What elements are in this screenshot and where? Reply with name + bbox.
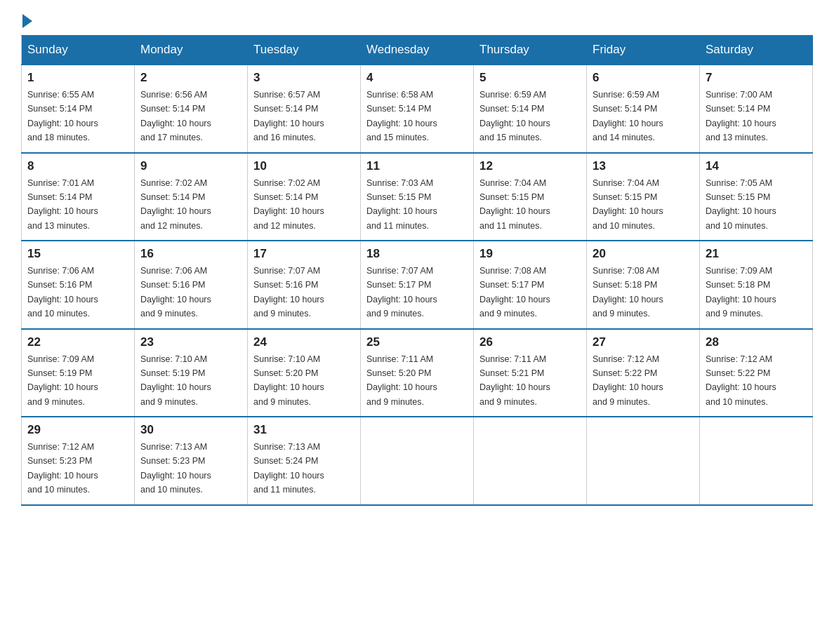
day-info: Sunrise: 7:05 AMSunset: 5:15 PMDaylight:… — [706, 178, 776, 231]
day-number: 13 — [593, 159, 694, 173]
day-number: 9 — [140, 159, 241, 173]
calendar-cell: 10 Sunrise: 7:02 AMSunset: 5:14 PMDaylig… — [248, 153, 361, 241]
calendar-cell: 26 Sunrise: 7:11 AMSunset: 5:21 PMDaylig… — [474, 329, 587, 417]
calendar-header-row: SundayMondayTuesdayWednesdayThursdayFrid… — [22, 36, 813, 65]
day-number: 5 — [479, 71, 581, 85]
calendar-cell — [361, 417, 474, 505]
day-info: Sunrise: 6:56 AMSunset: 5:14 PMDaylight:… — [140, 90, 211, 142]
day-number: 22 — [27, 335, 128, 349]
col-header-sunday: Sunday — [22, 36, 135, 65]
day-number: 2 — [140, 71, 241, 85]
day-info: Sunrise: 7:13 AMSunset: 5:24 PMDaylight:… — [253, 442, 324, 495]
calendar-cell: 2 Sunrise: 6:56 AMSunset: 5:14 PMDayligh… — [135, 65, 248, 153]
day-number: 11 — [366, 159, 468, 173]
calendar-table: SundayMondayTuesdayWednesdayThursdayFrid… — [21, 35, 813, 506]
col-header-friday: Friday — [587, 36, 700, 65]
day-number: 26 — [479, 335, 581, 349]
calendar-cell: 20 Sunrise: 7:08 AMSunset: 5:18 PMDaylig… — [587, 241, 700, 329]
calendar-cell: 23 Sunrise: 7:10 AMSunset: 5:19 PMDaylig… — [135, 329, 248, 417]
day-number: 16 — [140, 247, 241, 261]
day-number: 4 — [366, 71, 468, 85]
calendar-cell: 22 Sunrise: 7:09 AMSunset: 5:19 PMDaylig… — [22, 329, 135, 417]
day-info: Sunrise: 7:06 AMSunset: 5:16 PMDaylight:… — [140, 266, 211, 318]
calendar-cell: 1 Sunrise: 6:55 AMSunset: 5:14 PMDayligh… — [22, 65, 135, 153]
calendar-cell: 7 Sunrise: 7:00 AMSunset: 5:14 PMDayligh… — [700, 65, 813, 153]
calendar-cell: 8 Sunrise: 7:01 AMSunset: 5:14 PMDayligh… — [22, 153, 135, 241]
calendar-week-row: 1 Sunrise: 6:55 AMSunset: 5:14 PMDayligh… — [22, 65, 813, 153]
day-info: Sunrise: 7:10 AMSunset: 5:20 PMDaylight:… — [253, 354, 324, 407]
calendar-cell: 14 Sunrise: 7:05 AMSunset: 5:15 PMDaylig… — [700, 153, 813, 241]
day-info: Sunrise: 7:01 AMSunset: 5:14 PMDaylight:… — [27, 178, 98, 231]
calendar-cell: 11 Sunrise: 7:03 AMSunset: 5:15 PMDaylig… — [361, 153, 474, 241]
day-info: Sunrise: 7:11 AMSunset: 5:21 PMDaylight:… — [479, 354, 550, 407]
day-number: 3 — [253, 71, 355, 85]
day-info: Sunrise: 7:02 AMSunset: 5:14 PMDaylight:… — [140, 178, 211, 231]
day-number: 18 — [366, 247, 468, 261]
day-info: Sunrise: 7:09 AMSunset: 5:18 PMDaylight:… — [706, 266, 776, 318]
calendar-cell: 24 Sunrise: 7:10 AMSunset: 5:20 PMDaylig… — [248, 329, 361, 417]
calendar-cell: 27 Sunrise: 7:12 AMSunset: 5:22 PMDaylig… — [587, 329, 700, 417]
calendar-cell: 21 Sunrise: 7:09 AMSunset: 5:18 PMDaylig… — [700, 241, 813, 329]
day-info: Sunrise: 7:03 AMSunset: 5:15 PMDaylight:… — [366, 178, 437, 231]
day-info: Sunrise: 6:57 AMSunset: 5:14 PMDaylight:… — [253, 90, 324, 142]
day-info: Sunrise: 7:12 AMSunset: 5:22 PMDaylight:… — [706, 354, 776, 407]
calendar-cell: 15 Sunrise: 7:06 AMSunset: 5:16 PMDaylig… — [22, 241, 135, 329]
calendar-week-row: 15 Sunrise: 7:06 AMSunset: 5:16 PMDaylig… — [22, 241, 813, 329]
day-number: 31 — [253, 423, 355, 437]
day-number: 17 — [253, 247, 355, 261]
day-info: Sunrise: 7:12 AMSunset: 5:22 PMDaylight:… — [593, 354, 663, 407]
logo-arrow-icon — [22, 14, 32, 28]
calendar-cell: 13 Sunrise: 7:04 AMSunset: 5:15 PMDaylig… — [587, 153, 700, 241]
calendar-cell: 9 Sunrise: 7:02 AMSunset: 5:14 PMDayligh… — [135, 153, 248, 241]
day-number: 30 — [140, 423, 241, 437]
logo — [21, 14, 34, 28]
col-header-thursday: Thursday — [474, 36, 587, 65]
calendar-cell: 6 Sunrise: 6:59 AMSunset: 5:14 PMDayligh… — [587, 65, 700, 153]
day-number: 12 — [479, 159, 581, 173]
col-header-saturday: Saturday — [700, 36, 813, 65]
calendar-week-row: 22 Sunrise: 7:09 AMSunset: 5:19 PMDaylig… — [22, 329, 813, 417]
calendar-cell — [587, 417, 700, 505]
day-info: Sunrise: 6:55 AMSunset: 5:14 PMDaylight:… — [27, 90, 98, 142]
col-header-wednesday: Wednesday — [361, 36, 474, 65]
day-number: 8 — [27, 159, 128, 173]
calendar-cell — [700, 417, 813, 505]
calendar-week-row: 8 Sunrise: 7:01 AMSunset: 5:14 PMDayligh… — [22, 153, 813, 241]
calendar-week-row: 29 Sunrise: 7:12 AMSunset: 5:23 PMDaylig… — [22, 417, 813, 505]
day-info: Sunrise: 7:08 AMSunset: 5:17 PMDaylight:… — [479, 266, 550, 318]
calendar-cell: 17 Sunrise: 7:07 AMSunset: 5:16 PMDaylig… — [248, 241, 361, 329]
day-number: 23 — [140, 335, 241, 349]
day-number: 19 — [479, 247, 581, 261]
day-number: 1 — [27, 71, 128, 85]
day-info: Sunrise: 6:58 AMSunset: 5:14 PMDaylight:… — [366, 90, 437, 142]
day-info: Sunrise: 7:10 AMSunset: 5:19 PMDaylight:… — [140, 354, 211, 407]
day-info: Sunrise: 7:07 AMSunset: 5:16 PMDaylight:… — [253, 266, 324, 318]
day-info: Sunrise: 6:59 AMSunset: 5:14 PMDaylight:… — [479, 90, 550, 142]
day-info: Sunrise: 7:02 AMSunset: 5:14 PMDaylight:… — [253, 178, 324, 231]
day-number: 7 — [706, 71, 807, 85]
day-number: 29 — [27, 423, 128, 437]
day-info: Sunrise: 6:59 AMSunset: 5:14 PMDaylight:… — [593, 90, 663, 142]
calendar-cell: 5 Sunrise: 6:59 AMSunset: 5:14 PMDayligh… — [474, 65, 587, 153]
day-number: 20 — [593, 247, 694, 261]
day-number: 15 — [27, 247, 128, 261]
day-number: 25 — [366, 335, 468, 349]
day-info: Sunrise: 7:12 AMSunset: 5:23 PMDaylight:… — [27, 442, 98, 495]
calendar-cell: 19 Sunrise: 7:08 AMSunset: 5:17 PMDaylig… — [474, 241, 587, 329]
day-number: 6 — [593, 71, 694, 85]
calendar-cell: 4 Sunrise: 6:58 AMSunset: 5:14 PMDayligh… — [361, 65, 474, 153]
day-info: Sunrise: 7:08 AMSunset: 5:18 PMDaylight:… — [593, 266, 663, 318]
day-info: Sunrise: 7:06 AMSunset: 5:16 PMDaylight:… — [27, 266, 98, 318]
calendar-cell: 29 Sunrise: 7:12 AMSunset: 5:23 PMDaylig… — [22, 417, 135, 505]
calendar-cell: 16 Sunrise: 7:06 AMSunset: 5:16 PMDaylig… — [135, 241, 248, 329]
col-header-monday: Monday — [135, 36, 248, 65]
calendar-cell: 12 Sunrise: 7:04 AMSunset: 5:15 PMDaylig… — [474, 153, 587, 241]
day-number: 27 — [593, 335, 694, 349]
calendar-cell: 28 Sunrise: 7:12 AMSunset: 5:22 PMDaylig… — [700, 329, 813, 417]
calendar-cell — [474, 417, 587, 505]
calendar-cell: 3 Sunrise: 6:57 AMSunset: 5:14 PMDayligh… — [248, 65, 361, 153]
day-info: Sunrise: 7:07 AMSunset: 5:17 PMDaylight:… — [366, 266, 437, 318]
calendar-cell: 30 Sunrise: 7:13 AMSunset: 5:23 PMDaylig… — [135, 417, 248, 505]
day-info: Sunrise: 7:04 AMSunset: 5:15 PMDaylight:… — [593, 178, 663, 231]
day-number: 21 — [706, 247, 807, 261]
